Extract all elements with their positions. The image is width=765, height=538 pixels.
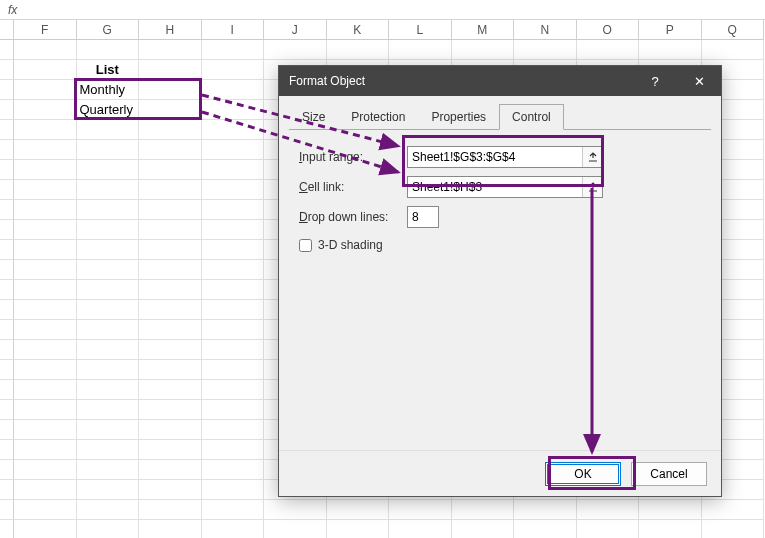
cell[interactable] [14, 360, 77, 380]
tab-properties[interactable]: Properties [418, 104, 499, 130]
cell[interactable] [77, 380, 140, 400]
cell[interactable] [14, 160, 77, 180]
cell[interactable] [139, 40, 202, 60]
cell[interactable] [14, 80, 77, 100]
cell[interactable] [202, 300, 265, 320]
cell[interactable] [202, 260, 265, 280]
cell[interactable] [202, 400, 265, 420]
cell[interactable] [77, 320, 140, 340]
col-header[interactable]: N [514, 20, 577, 40]
cell[interactable] [77, 200, 140, 220]
col-header[interactable]: K [327, 20, 390, 40]
cell[interactable] [327, 500, 390, 520]
cell[interactable] [139, 220, 202, 240]
cell[interactable] [202, 480, 265, 500]
col-header[interactable]: H [139, 20, 202, 40]
col-header[interactable]: L [389, 20, 452, 40]
col-header[interactable]: J [264, 20, 327, 40]
col-header[interactable]: P [639, 20, 702, 40]
cell[interactable] [77, 520, 140, 538]
cell[interactable] [139, 120, 202, 140]
col-header[interactable]: I [202, 20, 265, 40]
cell[interactable] [14, 440, 77, 460]
cell[interactable] [139, 200, 202, 220]
col-header[interactable]: F [14, 20, 77, 40]
cell[interactable] [202, 280, 265, 300]
cell[interactable] [264, 520, 327, 538]
cell[interactable] [202, 160, 265, 180]
cell[interactable] [139, 140, 202, 160]
tab-control[interactable]: Control [499, 104, 564, 130]
cell[interactable] [14, 400, 77, 420]
cell[interactable] [14, 340, 77, 360]
cell[interactable] [639, 500, 702, 520]
cell[interactable] [202, 440, 265, 460]
cell[interactable] [452, 500, 515, 520]
close-button[interactable]: ✕ [677, 66, 721, 96]
cell[interactable] [202, 140, 265, 160]
cell[interactable] [139, 260, 202, 280]
cell[interactable] [389, 500, 452, 520]
cell[interactable] [139, 60, 202, 80]
cell[interactable] [77, 400, 140, 420]
cell[interactable] [77, 360, 140, 380]
cell[interactable] [702, 40, 765, 60]
dialog-titlebar[interactable]: Format Object ? ✕ [279, 66, 721, 96]
cell[interactable] [77, 280, 140, 300]
cell[interactable] [14, 500, 77, 520]
cell[interactable] [14, 60, 77, 80]
cell[interactable] [77, 220, 140, 240]
cell[interactable] [77, 460, 140, 480]
cell[interactable] [77, 240, 140, 260]
cell[interactable] [139, 240, 202, 260]
cell[interactable] [14, 120, 77, 140]
cell[interactable] [452, 40, 515, 60]
cell[interactable] [139, 420, 202, 440]
cell[interactable] [14, 480, 77, 500]
cell[interactable] [702, 520, 765, 538]
cell-link-input[interactable] [408, 177, 582, 197]
cell[interactable] [14, 140, 77, 160]
cell[interactable] [202, 40, 265, 60]
dropdown-lines-input[interactable] [407, 206, 439, 228]
cell[interactable] [202, 80, 265, 100]
cell[interactable]: Quarterly [77, 100, 140, 120]
ok-button[interactable]: OK [545, 462, 621, 486]
cell[interactable] [702, 500, 765, 520]
cell[interactable]: Monthly [77, 80, 140, 100]
cell[interactable] [14, 260, 77, 280]
cell[interactable] [14, 240, 77, 260]
cell[interactable] [139, 180, 202, 200]
tab-protection[interactable]: Protection [338, 104, 418, 130]
cell[interactable]: List [77, 60, 140, 80]
cell[interactable] [639, 40, 702, 60]
cell[interactable] [77, 500, 140, 520]
cell[interactable] [514, 500, 577, 520]
cell[interactable] [139, 380, 202, 400]
cell[interactable] [77, 420, 140, 440]
cell[interactable] [77, 340, 140, 360]
cell[interactable] [139, 280, 202, 300]
tab-size[interactable]: Size [289, 104, 338, 130]
cell[interactable] [202, 500, 265, 520]
cell[interactable] [139, 340, 202, 360]
col-header[interactable]: Q [702, 20, 765, 40]
cell[interactable] [139, 360, 202, 380]
cell[interactable] [264, 40, 327, 60]
cell[interactable] [139, 400, 202, 420]
cell[interactable] [77, 300, 140, 320]
cell[interactable] [14, 220, 77, 240]
cell[interactable] [514, 520, 577, 538]
col-header[interactable]: M [452, 20, 515, 40]
cell[interactable] [14, 180, 77, 200]
cell[interactable] [139, 100, 202, 120]
cell[interactable] [639, 520, 702, 538]
cell[interactable] [264, 500, 327, 520]
col-header[interactable]: G [77, 20, 140, 40]
cell[interactable] [14, 320, 77, 340]
cell[interactable] [577, 500, 640, 520]
cell[interactable] [77, 120, 140, 140]
cell[interactable] [202, 240, 265, 260]
cell[interactable] [139, 160, 202, 180]
cell[interactable] [14, 460, 77, 480]
